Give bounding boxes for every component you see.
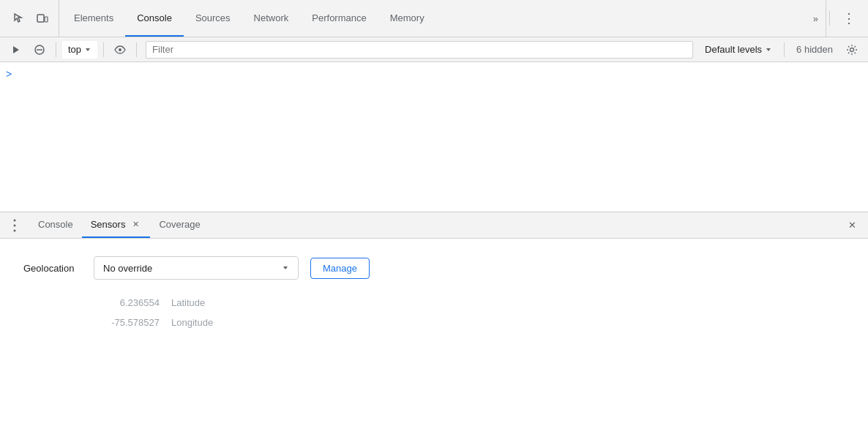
- run-icon[interactable]: [6, 40, 26, 60]
- tab-memory[interactable]: Memory: [378, 0, 436, 37]
- drawer: Console Sensors ✕ Coverage ✕ Geolocation…: [0, 212, 868, 417]
- drawer-close-button[interactable]: ✕: [842, 215, 862, 236]
- drawer-tab-coverage[interactable]: Coverage: [150, 212, 209, 238]
- console-prompt[interactable]: >: [6, 68, 12, 80]
- context-dropdown[interactable]: top: [62, 41, 97, 59]
- settings-icon[interactable]: [842, 40, 862, 60]
- sensors-content: Geolocation No override Manage 6.236554 …: [0, 239, 868, 417]
- tab-console[interactable]: Console: [125, 0, 184, 37]
- device-toggle-icon[interactable]: [32, 8, 53, 29]
- svg-point-8: [850, 48, 854, 51]
- levels-dropdown-arrow-icon: [765, 46, 772, 53]
- hidden-count: 6 hidden: [790, 44, 839, 55]
- svg-marker-2: [13, 46, 19, 53]
- latitude-label: Latitude: [171, 297, 205, 308]
- longitude-row: -75.578527 Longitude: [23, 317, 845, 328]
- tab-list: Elements Console Sources Network Perform…: [59, 0, 806, 37]
- inspect-icon[interactable]: [9, 8, 29, 29]
- eye-icon[interactable]: [110, 40, 130, 60]
- geolocation-select[interactable]: No override: [94, 256, 299, 280]
- latitude-value: 6.236554: [94, 297, 160, 308]
- secondary-divider-1: [56, 42, 56, 57]
- svg-point-9: [14, 219, 16, 221]
- tab-network[interactable]: Network: [242, 0, 301, 37]
- drawer-more-icon[interactable]: [6, 219, 23, 232]
- topbar-end: ⋮: [833, 0, 865, 37]
- geolocation-row: Geolocation No override Manage: [23, 256, 845, 280]
- geolocation-dropdown-arrow-icon: [282, 264, 289, 272]
- tab-sources[interactable]: Sources: [184, 0, 242, 37]
- manage-button[interactable]: Manage: [310, 258, 370, 279]
- topbar-divider: [829, 11, 830, 26]
- tab-elements[interactable]: Elements: [62, 0, 125, 37]
- svg-point-11: [14, 229, 16, 231]
- tab-performance[interactable]: Performance: [300, 0, 378, 37]
- levels-dropdown[interactable]: Default levels: [699, 41, 778, 59]
- svg-point-10: [14, 224, 16, 226]
- svg-marker-7: [766, 48, 771, 51]
- svg-rect-1: [45, 17, 48, 22]
- svg-marker-5: [86, 48, 90, 51]
- filter-input[interactable]: [152, 44, 686, 55]
- latitude-row: 6.236554 Latitude: [23, 297, 845, 308]
- secondary-divider-2: [103, 42, 104, 57]
- devtools-icons: [3, 0, 59, 37]
- filter-input-wrap: [146, 41, 693, 59]
- svg-rect-0: [37, 15, 44, 22]
- svg-marker-12: [283, 266, 288, 269]
- drawer-tab-sensors[interactable]: Sensors ✕: [82, 212, 151, 238]
- drawer-tab-sensors-close[interactable]: ✕: [130, 219, 141, 231]
- longitude-label: Longitude: [171, 317, 213, 328]
- geolocation-label: Geolocation: [23, 263, 82, 274]
- secondary-toolbar: top Default levels 6 hidden: [0, 37, 868, 62]
- clear-icon[interactable]: [29, 40, 50, 60]
- svg-point-6: [119, 48, 121, 51]
- dropdown-arrow-icon: [84, 46, 91, 53]
- more-options-button[interactable]: ⋮: [839, 8, 859, 29]
- console-area: >: [0, 62, 868, 212]
- drawer-tab-bar: Console Sensors ✕ Coverage ✕: [0, 212, 868, 239]
- tab-overflow-button[interactable]: »: [806, 0, 826, 37]
- top-tab-bar: Elements Console Sources Network Perform…: [0, 0, 868, 37]
- drawer-tab-console[interactable]: Console: [29, 212, 82, 238]
- longitude-value: -75.578527: [94, 317, 160, 328]
- secondary-divider-3: [136, 42, 137, 57]
- secondary-divider-4: [784, 42, 785, 57]
